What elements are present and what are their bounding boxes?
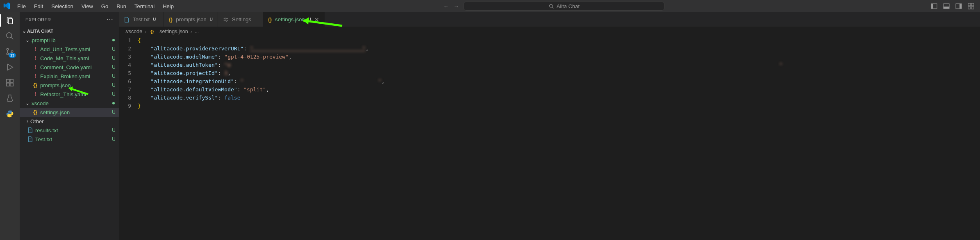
command-search-input[interactable]: Alita Chat [464, 2, 664, 11]
activity-bar: 13 [0, 12, 20, 240]
nav-back-icon[interactable]: ← [443, 3, 448, 9]
menu-view[interactable]: View [78, 0, 96, 12]
folder-label: .promptLib [30, 37, 55, 43]
file-label: prompts.json [40, 82, 70, 88]
tree-root-label: ALITA CHAT [27, 29, 53, 34]
menu-edit[interactable]: Edit [31, 0, 46, 12]
breadcrumb[interactable]: .vscode › {} settings.json › ... [119, 27, 980, 36]
editor-tabs: Test.txt U {} prompts.json U Settings {}… [119, 12, 980, 27]
explorer-sidebar: EXPLORER ⋯ ⌄ ALITA CHAT ⌄ .promptLib ! A… [20, 12, 119, 240]
layout-toggle-bottom-icon[interactable] [943, 3, 950, 9]
menu-go[interactable]: Go [98, 0, 111, 12]
tab-label: prompts.json [176, 16, 206, 23]
layout-toggle-left-icon[interactable] [931, 3, 937, 9]
folder-vscode[interactable]: ⌄ .vscode [20, 99, 119, 108]
folder-label: Other [30, 118, 44, 125]
tree-root[interactable]: ⌄ ALITA CHAT [20, 27, 119, 36]
menu-run[interactable]: Run [113, 0, 130, 12]
file-explain[interactable]: ! Explain_Broken.yaml U [20, 72, 119, 81]
svg-rect-10 [968, 7, 971, 9]
svg-point-12 [7, 33, 12, 38]
tab-mod-indicator: U [210, 17, 213, 22]
editor-area: Test.txt U {} prompts.json U Settings {}… [119, 12, 980, 240]
svg-rect-11 [971, 7, 974, 9]
sidebar-more-icon[interactable]: ⋯ [107, 16, 113, 23]
breadcrumb-more[interactable]: ... [195, 29, 199, 34]
menu-file[interactable]: File [14, 0, 29, 12]
file-prompts[interactable]: {} prompts.json U [20, 81, 119, 90]
file-code-me[interactable]: ! Code_Me_This.yaml U [20, 54, 119, 63]
vscode-logo-icon [3, 2, 11, 10]
search-placeholder: Alita Chat [557, 3, 580, 9]
text-file-icon [27, 127, 34, 133]
file-label: Code_Me_This.yaml [40, 55, 89, 61]
file-label: settings.json [40, 109, 70, 115]
svg-line-13 [11, 37, 14, 40]
breadcrumb-file[interactable]: settings.json [159, 29, 188, 34]
sidebar-title: EXPLORER [25, 17, 51, 22]
chevron-right-icon: › [191, 29, 192, 34]
svg-rect-9 [971, 3, 974, 6]
nav-forward-icon[interactable]: → [453, 3, 459, 9]
svg-rect-8 [968, 3, 971, 6]
layout-customize-icon[interactable] [968, 3, 974, 9]
text-file-icon [124, 17, 130, 23]
code-content[interactable]: { "alitacode.providerServerURL": " ", "a… [138, 36, 980, 240]
file-results[interactable]: results.txt U [20, 126, 119, 135]
yaml-file-icon: ! [32, 46, 39, 52]
svg-rect-20 [10, 79, 13, 82]
tab-settings-json[interactable]: {} settings.json U ✕ [263, 12, 325, 27]
json-file-icon: {} [32, 82, 39, 88]
svg-rect-19 [10, 83, 13, 86]
tab-mod-indicator: U [308, 17, 311, 22]
file-settings[interactable]: {} settings.json U [20, 108, 119, 117]
json-file-icon: {} [149, 29, 155, 34]
file-label: Refactor_This.yaml [40, 91, 86, 97]
tab-label: Test.txt [133, 16, 150, 23]
search-icon [549, 4, 554, 9]
menu-help[interactable]: Help [159, 0, 177, 12]
svg-rect-5 [944, 7, 949, 9]
svg-rect-17 [7, 79, 9, 82]
code-editor[interactable]: 123456789 { "alitacode.providerServerURL… [119, 36, 980, 240]
activity-python-icon[interactable] [5, 109, 15, 119]
folder-other[interactable]: › Other [20, 117, 119, 126]
activity-run-debug-icon[interactable] [5, 62, 15, 72]
svg-point-14 [7, 48, 9, 50]
tab-settings-ui[interactable]: Settings [218, 12, 263, 27]
tab-label: settings.json [275, 16, 305, 23]
yaml-file-icon: ! [32, 55, 39, 61]
file-refactor[interactable]: ! Refactor_This.yaml U [20, 90, 119, 99]
activity-testing-icon[interactable] [5, 93, 15, 103]
tab-close-icon[interactable]: ✕ [314, 16, 319, 23]
file-label: Add_Unit_Tests.yaml [40, 46, 90, 52]
tab-test-txt[interactable]: Test.txt U [119, 12, 164, 27]
activity-explorer-icon[interactable] [5, 16, 15, 25]
svg-rect-18 [7, 83, 9, 86]
file-label: Comment_Code.yaml [40, 64, 92, 70]
menu-terminal[interactable]: Terminal [131, 0, 158, 12]
layout-toggle-right-icon[interactable] [955, 3, 962, 9]
folder-promptlib[interactable]: ⌄ .promptLib [20, 36, 119, 45]
menu-selection[interactable]: Selection [48, 0, 76, 12]
tab-prompts-json[interactable]: {} prompts.json U [164, 12, 218, 27]
activity-scm-icon[interactable]: 13 [5, 47, 15, 57]
activity-extensions-icon[interactable] [5, 78, 15, 88]
file-label: Explain_Broken.yaml [40, 73, 90, 79]
yaml-file-icon: ! [32, 64, 39, 70]
title-bar: File Edit Selection View Go Run Terminal… [0, 0, 980, 12]
file-add-unit[interactable]: ! Add_Unit_Tests.yaml U [20, 45, 119, 54]
scm-badge: 13 [9, 53, 16, 58]
line-gutter: 123456789 [119, 36, 138, 240]
tab-label: Settings [232, 16, 251, 23]
yaml-file-icon: ! [32, 91, 39, 97]
file-test[interactable]: Test.txt U [20, 135, 119, 144]
activity-search-icon[interactable] [5, 31, 15, 41]
file-comment[interactable]: ! Comment_Code.yaml U [20, 63, 119, 72]
text-file-icon [27, 136, 34, 142]
chevron-right-icon: › [145, 29, 146, 34]
tab-mod-indicator: U [153, 17, 156, 22]
yaml-file-icon: ! [32, 73, 39, 79]
breadcrumb-folder[interactable]: .vscode [125, 29, 142, 34]
json-file-icon: {} [268, 17, 272, 23]
